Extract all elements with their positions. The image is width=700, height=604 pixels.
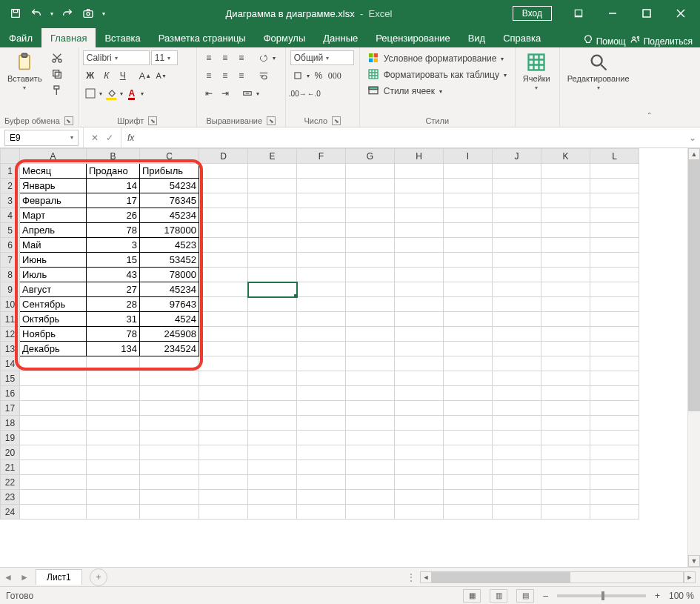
cell-F14[interactable] — [297, 356, 346, 371]
increase-decimal-icon[interactable]: .00→ — [290, 86, 305, 101]
col-header-H[interactable]: H — [395, 149, 444, 164]
cell-L13[interactable] — [590, 342, 639, 356]
font-color-icon[interactable]: A — [124, 86, 139, 101]
cell-H13[interactable] — [395, 342, 444, 356]
cell-K7[interactable] — [541, 253, 590, 268]
tab-вставка[interactable]: Вставка — [96, 28, 149, 47]
cell-F6[interactable] — [297, 238, 346, 253]
cell-G1[interactable] — [346, 164, 395, 179]
cell-E6[interactable] — [248, 238, 297, 253]
cell-A9[interactable]: Август — [20, 282, 87, 297]
cell-K6[interactable] — [541, 238, 590, 253]
insert-function-icon[interactable]: fx — [121, 133, 140, 143]
cell-E7[interactable] — [248, 253, 297, 268]
cell-A5[interactable]: Апрель — [20, 223, 87, 238]
cell-I11[interactable] — [444, 312, 493, 327]
cell-G8[interactable] — [346, 268, 395, 282]
cell-L8[interactable] — [590, 268, 639, 282]
cell-D13[interactable] — [199, 342, 248, 356]
cell-H19[interactable] — [395, 431, 444, 445]
tab-формулы[interactable]: Формулы — [255, 28, 315, 47]
wrap-text-icon[interactable] — [256, 68, 271, 83]
cell-L6[interactable] — [590, 238, 639, 253]
cell-K5[interactable] — [541, 223, 590, 238]
cell-F21[interactable] — [297, 460, 346, 475]
cell-A24[interactable] — [20, 505, 87, 520]
expand-formula-bar-icon[interactable]: ⌄ — [685, 133, 700, 143]
cell-G10[interactable] — [346, 297, 395, 312]
cell-A14[interactable] — [20, 356, 87, 371]
cell-H11[interactable] — [395, 312, 444, 327]
cell-I1[interactable] — [444, 164, 493, 179]
cell-D21[interactable] — [199, 460, 248, 475]
cell-A16[interactable] — [20, 386, 87, 401]
cell-J22[interactable] — [493, 475, 541, 490]
cell-D2[interactable] — [199, 179, 248, 193]
row-header-23[interactable]: 23 — [1, 490, 20, 505]
cell-H6[interactable] — [395, 238, 444, 253]
conditional-formatting[interactable]: Условное форматирование▾ — [364, 50, 507, 67]
cut-icon[interactable] — [50, 50, 64, 65]
decrease-decimal-icon[interactable]: ←.0 — [307, 86, 321, 101]
col-header-G[interactable]: G — [346, 149, 395, 164]
cell-G16[interactable] — [346, 386, 395, 401]
cell-L4[interactable] — [590, 208, 639, 223]
clipboard-dialog-launcher[interactable]: ⬊ — [64, 116, 73, 125]
align-center-icon[interactable]: ≡ — [218, 68, 233, 83]
cell-B20[interactable] — [87, 445, 140, 460]
cell-F17[interactable] — [297, 401, 346, 416]
save-icon[interactable] — [9, 7, 22, 20]
cell-B10[interactable]: 28 — [87, 297, 140, 312]
cell-K14[interactable] — [541, 356, 590, 371]
cell-E16[interactable] — [248, 386, 297, 401]
cell-D9[interactable] — [199, 282, 248, 297]
row-header-15[interactable]: 15 — [1, 371, 20, 386]
cell-F10[interactable] — [297, 297, 346, 312]
undo-dropdown[interactable]: ▾ — [50, 10, 53, 17]
align-top-icon[interactable]: ≡ — [201, 50, 216, 65]
row-header-24[interactable]: 24 — [1, 505, 20, 520]
col-header-J[interactable]: J — [493, 149, 541, 164]
cell-E8[interactable] — [248, 268, 297, 282]
row-header-13[interactable]: 13 — [1, 342, 20, 356]
cell-E4[interactable] — [248, 208, 297, 223]
cell-C9[interactable]: 45234 — [140, 282, 199, 297]
cell-C10[interactable]: 97643 — [140, 297, 199, 312]
row-header-5[interactable]: 5 — [1, 223, 20, 238]
cell-I10[interactable] — [444, 297, 493, 312]
cell-C22[interactable] — [140, 475, 199, 490]
col-header-D[interactable]: D — [199, 149, 248, 164]
cell-C4[interactable]: 45234 — [140, 208, 199, 223]
italic-button[interactable]: К — [99, 68, 114, 83]
cell-A1[interactable]: Месяц — [20, 164, 87, 179]
cell-A7[interactable]: Июнь — [20, 253, 87, 268]
cell-G18[interactable] — [346, 416, 395, 431]
row-header-20[interactable]: 20 — [1, 445, 20, 460]
select-all-corner[interactable] — [1, 149, 20, 164]
cell-H5[interactable] — [395, 223, 444, 238]
increase-font-icon[interactable]: A▲ — [138, 68, 153, 83]
cell-H7[interactable] — [395, 253, 444, 268]
fill-color-icon[interactable] — [104, 86, 119, 101]
cell-G24[interactable] — [346, 505, 395, 520]
cell-J21[interactable] — [493, 460, 541, 475]
row-header-17[interactable]: 17 — [1, 401, 20, 416]
cell-L5[interactable] — [590, 223, 639, 238]
cell-C3[interactable]: 76345 — [140, 193, 199, 208]
cell-E13[interactable] — [248, 342, 297, 356]
row-header-7[interactable]: 7 — [1, 253, 20, 268]
cell-I19[interactable] — [444, 431, 493, 445]
cell-F8[interactable] — [297, 268, 346, 282]
tab-вид[interactable]: Вид — [459, 28, 495, 47]
cell-J16[interactable] — [493, 386, 541, 401]
cell-K24[interactable] — [541, 505, 590, 520]
vertical-scrollbar[interactable]: ▲ ▼ — [687, 148, 700, 567]
row-header-4[interactable]: 4 — [1, 208, 20, 223]
close-icon[interactable] — [664, 0, 697, 27]
cell-K11[interactable] — [541, 312, 590, 327]
cell-L20[interactable] — [590, 445, 639, 460]
cell-J5[interactable] — [493, 223, 541, 238]
cell-E17[interactable] — [248, 401, 297, 416]
tab-данные[interactable]: Данные — [314, 28, 367, 47]
cell-K18[interactable] — [541, 416, 590, 431]
